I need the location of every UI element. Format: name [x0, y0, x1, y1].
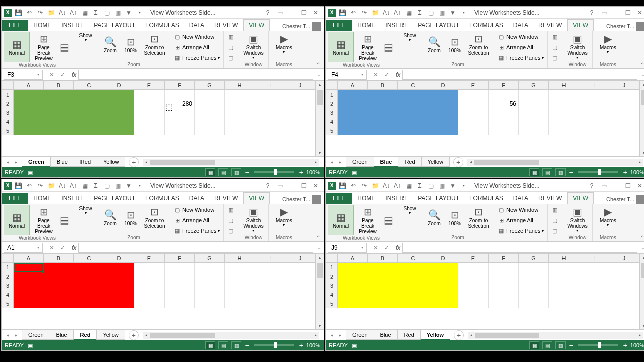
filter-icon[interactable]: ▼ — [448, 181, 457, 190]
col-header[interactable]: C — [74, 254, 104, 263]
row-header[interactable]: 5 — [2, 299, 14, 308]
pivot-icon[interactable]: ▥ — [437, 8, 446, 17]
cell[interactable] — [104, 126, 134, 135]
sheet-tab-yellow[interactable]: Yellow — [420, 330, 450, 340]
cell[interactable] — [338, 90, 368, 99]
cell[interactable] — [255, 290, 285, 299]
sheet-tab-red[interactable]: Red — [397, 330, 421, 340]
cell[interactable] — [285, 117, 315, 126]
cell[interactable] — [579, 272, 609, 281]
col-header[interactable]: H — [225, 254, 255, 263]
minimize-icon[interactable]: — — [286, 8, 297, 17]
filter-icon[interactable]: ▼ — [124, 8, 133, 17]
tab-nav-first-icon[interactable]: ◂ — [328, 332, 336, 338]
vertical-scrollbar[interactable]: ▴ ▾ — [639, 254, 644, 329]
row-header[interactable]: 1 — [2, 90, 14, 99]
tab-insert[interactable]: INSERT — [380, 20, 413, 31]
cell[interactable] — [195, 90, 225, 99]
cell[interactable] — [579, 99, 609, 108]
cell[interactable] — [338, 126, 368, 135]
normal-view-icon[interactable]: ▦ — [529, 168, 539, 176]
cell[interactable] — [398, 108, 428, 117]
sort-asc-icon[interactable]: A↓ — [382, 8, 391, 17]
sum-icon[interactable]: Σ — [91, 8, 100, 17]
cell[interactable] — [104, 117, 134, 126]
cell[interactable] — [428, 117, 458, 126]
cell[interactable] — [195, 126, 225, 135]
close-icon[interactable]: ✕ — [310, 8, 321, 17]
cell[interactable] — [225, 290, 255, 299]
col-header[interactable]: B — [368, 254, 398, 263]
normal-view-icon[interactable]: ▦ — [529, 341, 539, 349]
page-break-view-icon[interactable]: ▥ — [231, 341, 242, 349]
cell[interactable] — [14, 90, 44, 99]
cell[interactable] — [195, 290, 225, 299]
col-header[interactable]: I — [255, 81, 285, 90]
tab-page-layout[interactable]: PAGE LAYOUT — [89, 20, 140, 31]
fx-icon[interactable]: fx — [72, 244, 76, 251]
scroll-left-icon[interactable]: ◂ — [468, 333, 475, 337]
split-button[interactable]: ▥ — [550, 205, 560, 215]
tab-page-layout[interactable]: PAGE LAYOUT — [413, 20, 464, 31]
table-icon[interactable]: ▦ — [80, 181, 89, 190]
col-header[interactable]: F — [165, 254, 195, 263]
ribbon-options-icon[interactable]: ▭ — [274, 181, 285, 190]
zoom-out-icon[interactable]: − — [569, 341, 573, 349]
cell[interactable] — [609, 290, 639, 299]
cell[interactable] — [368, 272, 398, 281]
cell[interactable] — [489, 126, 519, 135]
expand-formula-icon[interactable]: ⌄ — [315, 245, 324, 250]
tab-home[interactable]: HOME — [28, 193, 56, 204]
save-icon[interactable]: 💾 — [14, 181, 23, 190]
cell[interactable] — [255, 99, 285, 108]
sheet-tab-green[interactable]: Green — [22, 157, 51, 167]
cell[interactable] — [549, 108, 579, 117]
cell[interactable] — [74, 108, 104, 117]
normal-view-button[interactable]: ▦Normal — [4, 205, 30, 235]
cell[interactable] — [549, 281, 579, 290]
row-header[interactable]: 5 — [326, 126, 338, 135]
col-header[interactable]: G — [519, 254, 549, 263]
col-header[interactable]: E — [458, 81, 489, 90]
cell[interactable] — [285, 272, 315, 281]
cell[interactable] — [549, 272, 579, 281]
freeze-panes-button[interactable]: ▦Freeze Panes ▾ — [496, 53, 545, 63]
cell[interactable] — [579, 90, 609, 99]
cell[interactable] — [134, 281, 165, 290]
switch-windows-button[interactable]: ▣Switch Windows▾ — [564, 205, 590, 234]
cell[interactable] — [285, 90, 315, 99]
cell[interactable] — [14, 281, 44, 290]
page-break-view-icon[interactable]: ▥ — [555, 168, 566, 176]
scroll-up-icon[interactable]: ▴ — [640, 81, 644, 88]
zoom-level[interactable]: 100% — [630, 342, 644, 348]
add-sheet-button[interactable]: + — [129, 330, 139, 340]
cell[interactable] — [368, 99, 398, 108]
sheet-tab-green[interactable]: Green — [346, 330, 374, 340]
normal-view-button[interactable]: ▦Normal — [328, 32, 354, 62]
cell[interactable] — [74, 272, 104, 281]
row-header[interactable]: 4 — [326, 117, 338, 126]
cell[interactable] — [14, 117, 44, 126]
cell[interactable] — [44, 126, 74, 135]
undo-icon[interactable]: ↶ — [25, 181, 34, 190]
cell[interactable] — [489, 299, 519, 308]
page-break-view-icon[interactable]: ▥ — [555, 341, 566, 349]
cell[interactable] — [458, 108, 489, 117]
cell[interactable] — [195, 263, 225, 272]
user-name[interactable]: Chester T... — [606, 22, 644, 31]
cell[interactable] — [368, 263, 398, 272]
split-button[interactable]: ▥ — [550, 32, 560, 42]
col-header[interactable]: D — [104, 81, 134, 90]
col-header[interactable]: E — [458, 254, 489, 263]
sort-desc-icon[interactable]: A↑ — [393, 8, 402, 17]
cell[interactable] — [398, 117, 428, 126]
cell[interactable] — [398, 281, 428, 290]
cell[interactable] — [368, 290, 398, 299]
scroll-down-icon[interactable]: ▾ — [640, 149, 644, 156]
freeze-panes-button[interactable]: ▦Freeze Panes ▾ — [496, 226, 545, 236]
normal-view-button[interactable]: ▦Normal — [328, 205, 354, 235]
add-sheet-button[interactable]: + — [454, 330, 464, 340]
cell[interactable] — [134, 263, 165, 272]
expand-formula-icon[interactable]: ⌄ — [639, 245, 644, 250]
filter-icon[interactable]: ▼ — [448, 8, 457, 17]
